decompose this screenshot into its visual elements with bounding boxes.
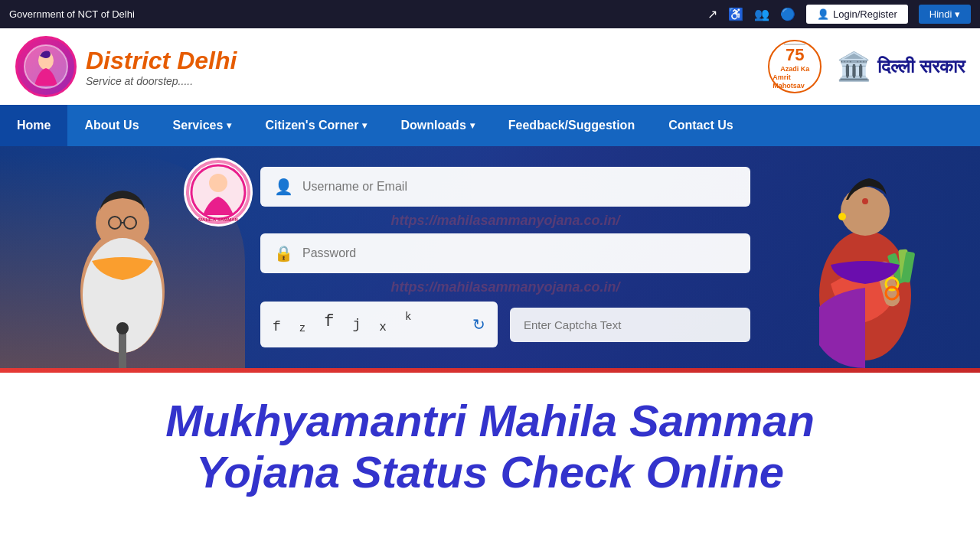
svg-point-19 bbox=[862, 198, 868, 204]
nav-item-about[interactable]: About Us bbox=[67, 105, 155, 146]
nav-item-citizens-corner[interactable]: Citizen's Corner ▾ bbox=[248, 105, 384, 146]
captcha-char-5: x bbox=[379, 321, 391, 334]
color-scheme-icon[interactable]: 🔵 bbox=[780, 7, 795, 21]
site-logo bbox=[15, 36, 77, 97]
svg-rect-7 bbox=[119, 330, 126, 368]
hindi-button[interactable]: Hindi ▾ bbox=[919, 5, 971, 24]
svg-text:MAHILA SAMMAN: MAHILA SAMMAN bbox=[198, 217, 238, 222]
main-nav: Home About Us Services ▾ Citizen's Corne… bbox=[0, 105, 980, 146]
gov-name: Government of NCT of Delhi bbox=[9, 8, 135, 20]
user-field-icon: 👤 bbox=[274, 178, 293, 196]
svg-point-18 bbox=[841, 187, 890, 236]
captcha-char-3: f bbox=[324, 312, 338, 331]
azadi-badge: 75 Azadi Ka Amrit Mahotsav bbox=[768, 40, 822, 93]
nav-item-home[interactable]: Home bbox=[0, 105, 67, 146]
captcha-char-2: z bbox=[299, 322, 310, 334]
downloads-dropdown-arrow: ▾ bbox=[470, 120, 475, 131]
nav-item-feedback[interactable]: Feedback/Suggestion bbox=[492, 105, 652, 146]
captcha-input-container bbox=[510, 308, 750, 342]
header-left: District Delhi Service at doorstep..... bbox=[15, 36, 237, 97]
captcha-char-6: k bbox=[405, 311, 416, 323]
hero-logo: MAHILA SAMMAN bbox=[184, 158, 253, 227]
user-icon: 👤 bbox=[817, 8, 829, 20]
services-dropdown-arrow: ▾ bbox=[227, 120, 231, 131]
header-right: 75 Azadi Ka Amrit Mahotsav 🏛️ दिल्ली सरक… bbox=[768, 40, 965, 93]
password-field-container: 🔒 bbox=[260, 233, 750, 273]
top-bar-right: ↗ ♿ 👥 🔵 👤 Login/Register Hindi ▾ bbox=[707, 5, 971, 24]
login-register-button[interactable]: 👤 Login/Register bbox=[806, 5, 908, 24]
delhi-sarkar: 🏛️ दिल्ली सरकार bbox=[837, 51, 965, 83]
captcha-refresh-icon[interactable]: ↻ bbox=[472, 315, 485, 334]
bottom-section: Mukhyamantri Mahila Samman Yojana Status… bbox=[0, 373, 980, 513]
captcha-text-input[interactable] bbox=[524, 318, 737, 331]
emblem-icon: 🏛️ bbox=[837, 51, 871, 83]
accessibility-resize-icon[interactable]: ↗ bbox=[707, 7, 717, 21]
captcha-image-box: f z f j x k ↻ bbox=[260, 302, 498, 347]
username-field-container: 👤 bbox=[260, 167, 750, 207]
password-input[interactable] bbox=[302, 246, 737, 260]
site-subtitle: Service at doorstep..... bbox=[86, 75, 237, 87]
svg-point-14 bbox=[209, 174, 227, 192]
captcha-display: f z f j x k bbox=[273, 315, 416, 334]
watermark-1: https://mahilasammanyojana.co.in/ bbox=[260, 213, 750, 229]
nav-item-services[interactable]: Services ▾ bbox=[156, 105, 249, 146]
nav-item-downloads[interactable]: Downloads ▾ bbox=[384, 105, 491, 146]
svg-point-24 bbox=[838, 213, 846, 220]
nav-item-contact[interactable]: Contact Us bbox=[652, 105, 750, 146]
captcha-char-1: f bbox=[273, 319, 286, 334]
watermark-2: https://mahilasammanyojana.co.in/ bbox=[260, 279, 750, 295]
top-bar: Government of NCT of Delhi ↗ ♿ 👥 🔵 👤 Log… bbox=[0, 0, 980, 28]
logo-text: District Delhi Service at doorstep..... bbox=[86, 47, 237, 87]
captcha-row: f z f j x k ↻ bbox=[260, 302, 750, 347]
username-input[interactable] bbox=[302, 180, 737, 194]
captcha-char-4: j bbox=[352, 316, 365, 331]
title-line-2: Yojana Status Check Online bbox=[15, 447, 965, 498]
citizens-dropdown-arrow: ▾ bbox=[362, 120, 367, 131]
site-title: District Delhi bbox=[86, 47, 237, 75]
lock-field-icon: 🔒 bbox=[274, 244, 293, 262]
hero-section: MAHILA SAMMAN 👤 https://mahilasammanyoja… bbox=[0, 146, 980, 368]
header: District Delhi Service at doorstep..... … bbox=[0, 28, 980, 105]
svg-point-8 bbox=[116, 322, 129, 334]
sitemap-icon[interactable]: 👥 bbox=[754, 7, 769, 21]
login-form: 👤 https://mahilasammanyojana.co.in/ 🔒 ht… bbox=[260, 152, 750, 363]
title-line-1: Mukhyamantri Mahila Samman bbox=[15, 396, 965, 447]
main-title: Mukhyamantri Mahila Samman Yojana Status… bbox=[15, 396, 965, 497]
accessibility-icon[interactable]: ♿ bbox=[728, 7, 743, 21]
woman-area bbox=[750, 146, 980, 368]
